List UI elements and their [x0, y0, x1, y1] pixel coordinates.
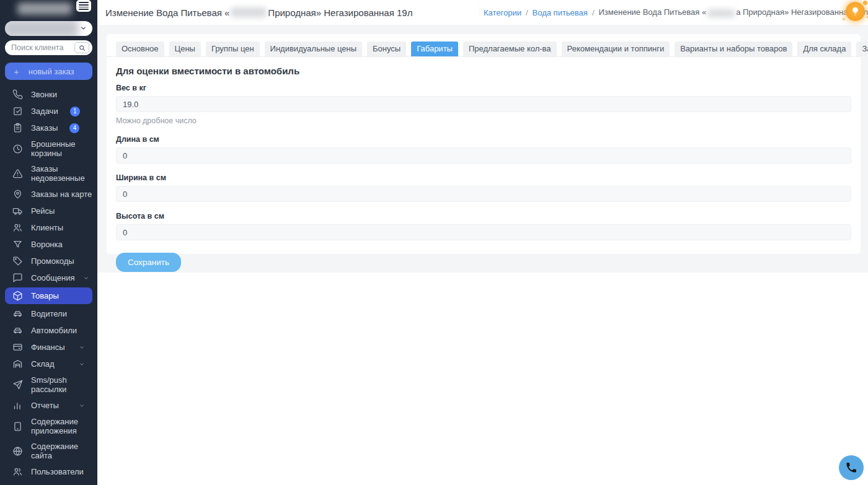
chevron-down-icon [79, 403, 85, 409]
sidebar-item-users[interactable]: Пользователи [0, 463, 97, 480]
warehouse-icon [12, 359, 23, 369]
logo-row [0, 0, 97, 19]
new-order-label: новый заказ [29, 67, 74, 76]
page-title: Изменение Вода Питьевая «Природная» Нега… [105, 7, 412, 18]
sidebar-item-reports[interactable]: Отчеты [0, 397, 97, 414]
sidebar-item-trips[interactable]: Рейсы [0, 203, 97, 219]
orders-badge: 4 [69, 123, 79, 133]
tasks-badge: 1 [70, 107, 80, 116]
cars-icon [12, 325, 23, 336]
tab-main[interactable]: Основное [116, 42, 164, 56]
field-label: Вес в кг [116, 84, 851, 92]
tab-for-warehouse[interactable]: Для склада [797, 42, 851, 56]
sidebar-item-clients[interactable]: Клиенты [0, 219, 97, 236]
new-order-button[interactable]: + новый заказ [5, 63, 92, 80]
sidebar-item-orders[interactable]: Заказы 4 [0, 120, 97, 136]
redacted-breadcrumb-item [479, 8, 479, 17]
call-button[interactable] [839, 455, 864, 480]
field-label: Ширина в см [116, 173, 851, 182]
sidebar-item-funnel[interactable]: Воронка [0, 236, 97, 253]
sidebar-item-undelivered-orders[interactable]: Заказы недовезенные [0, 161, 97, 186]
redacted-logo [17, 2, 72, 15]
field-width: Ширина в см [116, 173, 851, 202]
product-tabs: Основное Цены Группы цен Индивидуальные … [107, 42, 861, 57]
field-height: Высота в см [116, 212, 851, 240]
field-length: Длина в см [116, 135, 851, 164]
search-input[interactable] [11, 43, 69, 52]
sidebar-item-warehouse[interactable]: Склад [0, 356, 97, 372]
orders-icon [12, 123, 23, 133]
help-tips-button[interactable] [846, 2, 865, 21]
truck-icon [12, 206, 23, 216]
sidebar: + новый заказ Звонки Задачи 1 Заказы 4 Б… [0, 0, 97, 485]
field-helper: Можно дробное число [116, 116, 851, 125]
warning-icon [12, 168, 23, 179]
sidebar-item-sms-push[interactable]: Sms/push рассылки [0, 372, 97, 397]
tasks-icon [12, 106, 23, 116]
sidebar-item-abandoned-carts[interactable]: Брошенные корзины [0, 136, 97, 161]
app-icon [12, 421, 23, 432]
search-button[interactable] [74, 42, 89, 53]
main-area: Изменение Вода Питьевая «Природная» Нега… [97, 0, 868, 485]
form-heading: Для оценки вместимости в автомобиль [116, 66, 851, 76]
sidebar-item-cars[interactable]: Автомобили [0, 322, 97, 339]
sidebar-nav: Звонки Задачи 1 Заказы 4 Брошенные корзи… [0, 86, 97, 480]
sidebar-item-app-content[interactable]: Содержание приложения [0, 414, 97, 439]
globe-icon [12, 446, 23, 457]
products-icon [12, 291, 23, 301]
promo-tag-icon [12, 256, 23, 266]
redacted-product-name [707, 9, 735, 17]
redacted-company-name [5, 21, 79, 36]
field-label: Высота в см [116, 212, 851, 221]
lightbulb-icon [850, 6, 861, 17]
sidebar-item-promocodes[interactable]: Промокоды [0, 253, 97, 269]
content-area: Основное Цены Группы цен Индивидуальные … [97, 25, 868, 273]
company-select[interactable] [5, 21, 92, 36]
weight-input[interactable] [116, 96, 851, 112]
chevron-down-icon [83, 275, 89, 281]
reports-icon [12, 400, 23, 411]
finance-icon [12, 342, 23, 352]
save-button[interactable]: Сохранить [116, 253, 181, 272]
sidebar-item-orders-on-map[interactable]: Заказы на карте [0, 186, 97, 203]
chevron-down-icon [79, 361, 85, 367]
search-icon [79, 45, 86, 51]
product-edit-card: Основное Цены Группы цен Индивидуальные … [107, 34, 861, 254]
tab-dimensions[interactable]: Габариты [411, 42, 458, 56]
breadcrumb: Категории / Вода питьевая / Изменение Во… [479, 0, 868, 25]
tab-suggested-quantities[interactable]: Предлагаемые кол-ва [463, 42, 557, 56]
sidebar-item-finance[interactable]: Финансы [0, 339, 97, 356]
phone-icon [12, 89, 23, 100]
tab-individual-prices[interactable]: Индивидуальные цены [265, 42, 362, 56]
tab-prices[interactable]: Цены [169, 42, 201, 56]
chevron-down-icon [79, 344, 85, 351]
send-icon [12, 380, 23, 390]
map-pin-icon [12, 189, 23, 199]
tab-bonuses[interactable]: Бонусы [367, 42, 406, 56]
sidebar-item-tasks[interactable]: Задачи 1 [0, 103, 97, 120]
tab-price-groups[interactable]: Группы цен [206, 42, 260, 56]
breadcrumb-category[interactable]: Вода питьевая [533, 8, 588, 17]
tab-variants-sets[interactable]: Варианты и наборы товаров [675, 42, 792, 56]
field-label: Длина в см [116, 135, 851, 144]
clients-icon [12, 222, 23, 233]
sidebar-item-calls[interactable]: Звонки [0, 86, 97, 103]
hamburger-menu-icon[interactable] [76, 0, 91, 12]
tab-salary[interactable]: Зарплата [856, 42, 868, 56]
sidebar-item-site-content[interactable]: Содержание сайта [0, 439, 97, 463]
sidebar-item-products[interactable]: Товары [5, 287, 92, 304]
funnel-icon [12, 239, 23, 250]
client-search [5, 40, 92, 55]
breadcrumb-categories[interactable]: Категории [484, 8, 521, 17]
plus-icon: + [14, 67, 19, 76]
height-input[interactable] [116, 224, 851, 240]
users-icon [12, 466, 23, 477]
clock-icon [12, 144, 23, 154]
tab-recommendations[interactable]: Рекомендации и топпинги [562, 42, 670, 56]
sidebar-item-messages[interactable]: Сообщения [0, 269, 97, 286]
topbar: Изменение Вода Питьевая «Природная» Нега… [97, 0, 868, 25]
breadcrumb-current: Изменение Вода Питьевая «а Природная» Не… [599, 7, 868, 17]
length-input[interactable] [116, 147, 851, 164]
width-input[interactable] [116, 186, 851, 202]
sidebar-item-drivers[interactable]: Водители [0, 305, 97, 322]
